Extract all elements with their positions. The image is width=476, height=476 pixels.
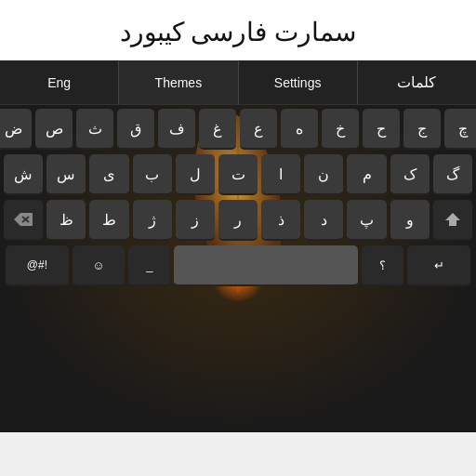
svg-line-9: [22, 217, 29, 222]
key-ha[interactable]: ه: [281, 109, 318, 150]
question-key[interactable]: ؟: [362, 245, 403, 286]
key-shin[interactable]: ش: [4, 154, 43, 195]
key-zhe[interactable]: ژ: [133, 200, 172, 241]
key-ba[interactable]: ب: [133, 154, 172, 195]
underscore-key[interactable]: _: [128, 245, 170, 286]
keyboard-container: Eng Themes Settings کلمات چ ج ح خ ه ع غ …: [0, 60, 476, 432]
eng-tab[interactable]: Eng: [0, 60, 119, 104]
key-ya[interactable]: ی: [89, 154, 128, 195]
key-kaf[interactable]: ک: [390, 154, 430, 195]
key-zah[interactable]: ظ: [46, 200, 86, 241]
key-sin[interactable]: س: [46, 154, 86, 195]
key-fa[interactable]: ف: [158, 109, 195, 150]
shift-key[interactable]: [433, 200, 472, 241]
space-key[interactable]: [174, 245, 358, 286]
key-pe[interactable]: پ: [347, 200, 386, 241]
themes-tab[interactable]: Themes: [119, 60, 238, 104]
key-heh[interactable]: ح: [363, 109, 400, 150]
enter-key[interactable]: ↵: [407, 245, 470, 286]
key-nun[interactable]: ن: [304, 154, 343, 195]
key-khe[interactable]: خ: [322, 109, 359, 150]
key-ta[interactable]: ت: [218, 154, 258, 195]
key-alef[interactable]: ا: [261, 154, 300, 195]
key-tah[interactable]: ط: [89, 200, 128, 241]
key-ra[interactable]: ر: [218, 200, 258, 241]
key-row-2: گ ک م ن ا ت ل ب ی س ش: [2, 154, 474, 195]
key-qaf[interactable]: ق: [117, 109, 154, 150]
key-gaf[interactable]: گ: [433, 154, 472, 195]
key-lam[interactable]: ل: [176, 154, 215, 195]
key-zal[interactable]: ذ: [261, 200, 300, 241]
key-chad[interactable]: چ: [444, 109, 476, 150]
key-zain[interactable]: ز: [176, 200, 215, 241]
toolbar: Eng Themes Settings کلمات: [0, 60, 476, 105]
key-waw[interactable]: و: [390, 200, 430, 241]
settings-tab[interactable]: Settings: [239, 60, 358, 104]
app-title: سمارت فارسی کیبورد: [0, 0, 476, 60]
emoji-key[interactable]: ☺: [73, 245, 125, 286]
key-mim[interactable]: م: [347, 154, 386, 195]
key-ain[interactable]: ع: [240, 109, 277, 150]
key-row-3: و پ د ذ ر ز ژ ط ظ: [2, 200, 474, 241]
key-row-1: چ ج ح خ ه ع غ ف ق ث ص ض: [2, 109, 474, 150]
backspace-key[interactable]: [4, 200, 43, 241]
key-sad[interactable]: ص: [35, 109, 73, 150]
words-tab[interactable]: کلمات: [358, 60, 476, 104]
svg-line-8: [22, 217, 29, 222]
key-dad[interactable]: ض: [0, 109, 32, 150]
key-row-4: !#@ ☺ _ ؟ ↵: [2, 245, 474, 286]
key-dal[interactable]: د: [304, 200, 343, 241]
svg-marker-7: [445, 213, 460, 226]
symbols-key[interactable]: !#@: [6, 245, 69, 286]
key-tha[interactable]: ث: [76, 109, 113, 150]
key-rows: چ ج ح خ ه ع غ ف ق ث ص ض گ ک م ن ا ت ل ب …: [0, 105, 476, 292]
key-jim[interactable]: ج: [403, 109, 441, 150]
key-ghain[interactable]: غ: [199, 109, 236, 150]
